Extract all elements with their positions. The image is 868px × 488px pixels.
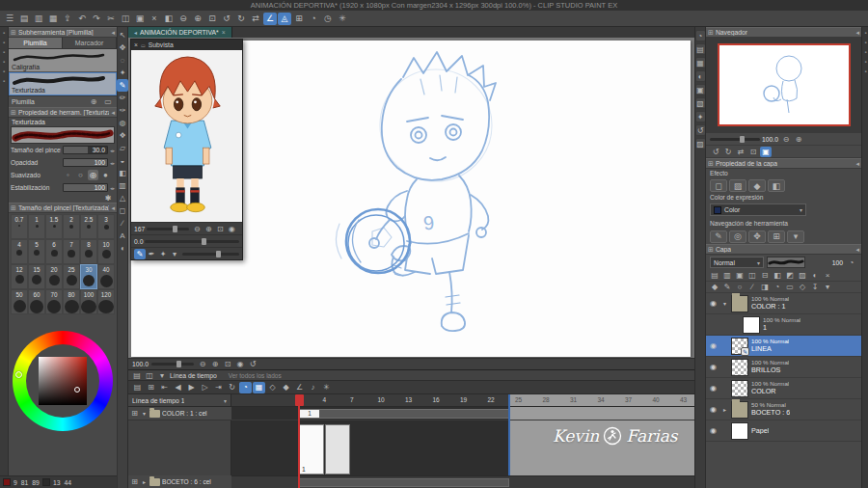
panel-collapse-icon[interactable]: ◂ <box>111 29 115 37</box>
timeline-name-dropdown[interactable]: Línea de tiempo 1 ▾ <box>128 394 231 407</box>
layer-thumbnail-checker[interactable]: ✎ <box>731 338 748 355</box>
boceto-cel-bar[interactable] <box>299 478 509 487</box>
add-keyframe-icon[interactable]: ◆ <box>280 382 292 393</box>
sv-pin-icon[interactable]: ✦ <box>157 249 169 259</box>
export-icon[interactable]: ⇪ <box>61 13 74 25</box>
frame-number-22[interactable]: 22 <box>488 396 495 403</box>
status-fit-icon[interactable]: ⊡ <box>222 359 233 369</box>
sv-menu-icon[interactable]: ▾ <box>169 249 180 259</box>
toolnav-grid-icon[interactable]: ⊞ <box>768 230 785 243</box>
rotate-ccw-icon[interactable]: ↺ <box>220 13 233 25</box>
collapse-arrow-icon[interactable]: ▾ <box>721 300 728 307</box>
delete-icon[interactable]: × <box>148 13 161 25</box>
panel-menu-icon[interactable]: ⊞ <box>708 29 714 37</box>
panel-menu-icon[interactable]: ⊞ <box>11 204 16 212</box>
strip-1-icon[interactable]: ▪ <box>1 30 8 37</box>
frame-number-31[interactable]: 31 <box>570 396 577 403</box>
clip-end-marker[interactable] <box>508 394 510 475</box>
param-slider[interactable]: 30.0 <box>63 146 108 154</box>
brush-size-120[interactable]: 120 <box>97 289 115 314</box>
panel-menu-icon[interactable]: ⊞ <box>11 29 16 37</box>
skip-to-start-icon[interactable]: ⇤ <box>158 382 171 393</box>
nav-zoom-in-icon[interactable]: ⊕ <box>793 134 804 145</box>
subview-close-icon[interactable]: × <box>134 41 138 48</box>
saturation-value-square[interactable] <box>39 357 87 405</box>
panel-collapse-icon[interactable]: ◂ <box>855 246 859 254</box>
layer-ruler-icon[interactable]: ∕ <box>746 282 758 292</box>
brush-size-2[interactable]: 2 <box>63 214 80 239</box>
play-icon[interactable]: ▶ <box>185 382 198 393</box>
navigator-thumbnail[interactable] <box>718 43 851 126</box>
layer-thumbnail-white[interactable] <box>731 422 748 440</box>
subtool-tab-plumilla[interactable]: Plumilla <box>9 38 63 48</box>
layer-onion-icon[interactable]: ◔ <box>772 282 783 292</box>
new-raster-layer-icon[interactable]: ▤ <box>709 270 720 281</box>
extract-line-effect-icon[interactable]: ◧ <box>768 179 785 192</box>
visibility-eye-icon[interactable]: ◉ <box>708 426 719 435</box>
menu-icon[interactable]: ☰ <box>3 13 16 25</box>
track-content-area[interactable]: 1 1 <box>231 407 694 488</box>
clip-at-layer-icon[interactable]: ◧ <box>772 270 783 281</box>
next-frame-icon[interactable]: ▷ <box>199 382 211 393</box>
subview-extra-slider[interactable] <box>182 253 239 256</box>
frame-number-16[interactable]: 16 <box>433 396 440 403</box>
layer-row-color-1[interactable]: ◉▾100 % NormalCOLOR : 1 <box>706 293 861 314</box>
visibility-eye-icon[interactable]: ◉ <box>708 363 719 371</box>
brush-size-80[interactable]: 80 <box>63 289 80 314</box>
frame-number-10[interactable]: 10 <box>378 396 385 403</box>
brush-size-15[interactable]: 15 <box>28 264 45 289</box>
brush-size-8[interactable]: 8 <box>80 239 97 264</box>
tl-list-icon[interactable]: ◫ <box>144 370 155 381</box>
sv-fit-icon[interactable]: ⊡ <box>214 224 226 234</box>
sound-icon[interactable]: ♪ <box>307 382 319 393</box>
settings-icon[interactable]: ✳ <box>336 13 349 25</box>
strip-5-icon[interactable]: ▪ <box>1 68 8 75</box>
snap-toggle-icon[interactable]: ∠ <box>293 382 306 393</box>
nav-flip-icon[interactable]: ⇄ <box>735 147 746 157</box>
edge-5-icon[interactable]: ▪ <box>862 68 868 75</box>
delete-subtool-icon[interactable]: ▭ <box>102 96 114 107</box>
frame-number-13[interactable]: 13 <box>405 396 412 403</box>
track-menu-icon[interactable]: ⊞ <box>130 476 139 487</box>
add-subtool-icon[interactable]: ⊕ <box>88 96 99 107</box>
nav-reset-icon[interactable]: ⊡ <box>747 147 759 157</box>
set-as-reference-icon[interactable]: ◆ <box>709 282 720 292</box>
duplicate-layer-icon[interactable]: ◫ <box>746 270 758 281</box>
tl-options-icon[interactable]: ▾ <box>156 370 168 381</box>
layer-row-brillos[interactable]: ◉100 % NormalBRILLOS <box>706 357 861 378</box>
edge-4-icon[interactable]: ▪ <box>862 59 868 66</box>
layer-row-linea[interactable]: ◉✎100 % NormalLINEA <box>706 336 861 357</box>
panel-menu-icon[interactable]: ⊞ <box>11 109 16 117</box>
brush-size-3[interactable]: 3 <box>97 214 115 239</box>
flip-horizontal-icon[interactable]: ⇄ <box>249 13 262 25</box>
panel-menu-icon[interactable]: ⊞ <box>708 246 714 254</box>
cut-icon[interactable]: ✂ <box>104 13 118 25</box>
layer-thumbnail-white[interactable] <box>743 316 760 334</box>
new-folder-icon[interactable]: ▣ <box>734 270 746 281</box>
toolnav-pen-icon[interactable]: ✎ <box>710 230 727 243</box>
nav-rotate-ccw-icon[interactable]: ↺ <box>710 147 721 157</box>
panel-collapse-icon[interactable]: ◂ <box>855 160 859 168</box>
frame-number-19[interactable]: 19 <box>460 396 467 403</box>
panel-collapse-icon[interactable]: ◂ <box>855 29 859 37</box>
status-zoom-in-icon[interactable]: ⊕ <box>209 359 221 369</box>
palette-menu-icon[interactable]: ▾ <box>822 282 833 292</box>
pencil-tool-icon[interactable]: ✏ <box>117 92 128 104</box>
nav-fit-icon[interactable]: ▣ <box>760 147 772 157</box>
gradient-tool-icon[interactable]: ▥ <box>117 179 128 192</box>
frame-border-tool-icon[interactable]: ◻ <box>117 204 128 217</box>
opacity-slider[interactable] <box>767 257 805 268</box>
item-bank-tab-icon[interactable]: ▧ <box>695 97 706 109</box>
navigator-preview-area[interactable] <box>706 38 861 133</box>
canvas-viewport[interactable]: 9 × ▭ Subvista <box>128 38 694 358</box>
param-slider[interactable]: 100 <box>63 158 108 167</box>
timeline-toggle-icon[interactable]: ◷ <box>321 13 335 25</box>
brush-size-4[interactable]: 4 <box>11 239 28 264</box>
figure-tool-icon[interactable]: △ <box>117 192 128 204</box>
nav-rotate-cw-icon[interactable]: ↻ <box>722 147 734 157</box>
edge-1-icon[interactable]: ▪ <box>862 30 868 37</box>
smoothing-weak-icon[interactable]: ○ <box>75 170 86 180</box>
airbrush-tool-icon[interactable]: ◍ <box>117 117 128 129</box>
track-collapse-icon[interactable]: ▾ <box>141 410 148 417</box>
rotate-cw-icon[interactable]: ↻ <box>234 13 248 25</box>
